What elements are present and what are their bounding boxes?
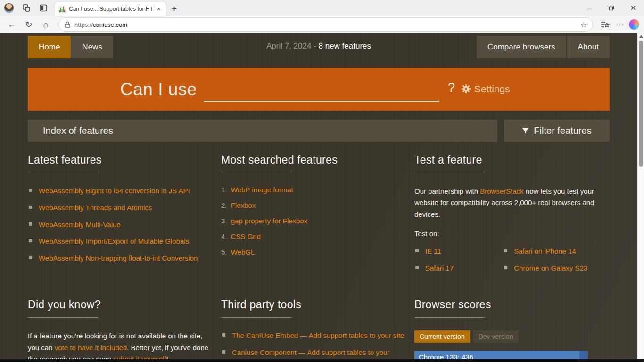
list-item: CSS Grid <box>221 232 405 240</box>
device-link[interactable]: Safari 17 <box>425 264 454 272</box>
refresh-icon[interactable]: ↻ <box>22 17 36 32</box>
site-title: Can I use <box>120 80 197 99</box>
list-item: Flexbox <box>221 201 405 209</box>
vote-link[interactable]: vote to have it included <box>55 344 127 352</box>
section-divider <box>414 173 485 173</box>
nav-compare-browsers[interactable]: Compare browsers <box>477 36 566 58</box>
feature-link[interactable]: WebAssembly Import/Export of Mutable Glo… <box>39 237 189 245</box>
test-a-feature-section: Test a feature Our partnership with Brow… <box>414 154 610 280</box>
nav-news[interactable]: News <box>71 36 113 58</box>
browserstack-link[interactable]: BrowserStack <box>480 187 524 195</box>
latest-features-section: Latest features WebAssembly BigInt to i6… <box>28 154 212 280</box>
list-item: WebAssembly Multi-Value <box>28 220 212 230</box>
section-title: Test a feature <box>414 154 610 166</box>
browser-scores-section: Browser scores Current version Dev versi… <box>414 298 610 362</box>
browserstack-paragraph: Our partnership with BrowserStack now le… <box>414 186 610 220</box>
profile-avatar[interactable] <box>4 3 14 13</box>
feature-link[interactable]: CSS Grid <box>231 232 261 240</box>
home-icon[interactable]: ⌂ <box>39 17 53 32</box>
tab-title: Can I use... Support tables for HTM <box>69 6 152 12</box>
current-version-button[interactable]: Current version <box>414 330 470 343</box>
gear-icon <box>462 84 471 93</box>
section-divider <box>414 317 485 318</box>
address-bar[interactable]: https://caniuse.com ☆ <box>58 17 593 32</box>
tool-link[interactable]: The CanIUse Embed — Add support tables t… <box>232 331 404 339</box>
site-header: Can I use ? Settings <box>28 68 610 111</box>
device-link[interactable]: IE 11 <box>425 247 441 255</box>
test-on-label: Test on: <box>414 230 610 238</box>
new-tab-button[interactable]: + <box>172 4 177 14</box>
caniuse-page: Home News April 7, 2024 - 8 new features… <box>0 33 644 362</box>
list-item: WebGL <box>221 248 405 256</box>
settings-button[interactable]: Settings <box>462 83 510 95</box>
list-item: WebP image format <box>221 186 405 194</box>
feature-search-input[interactable] <box>204 84 439 102</box>
scrollbar-up-arrow[interactable] <box>639 35 643 38</box>
device-link[interactable]: Chrome on Galaxy S23 <box>514 264 587 272</box>
caniuse-favicon <box>58 6 66 13</box>
list-item: gap property for Flexbox <box>221 217 405 225</box>
feature-link[interactable]: WebAssembly Non-trapping float-to-int Co… <box>39 254 198 262</box>
dev-version-button[interactable]: Dev version <box>473 330 519 343</box>
filter-funnel-icon <box>522 128 529 134</box>
nav-home[interactable]: Home <box>28 36 71 58</box>
more-menu-icon[interactable]: ⋯ <box>614 20 626 30</box>
window-bottom-edge <box>0 359 644 362</box>
feature-link[interactable]: gap property for Flexbox <box>231 217 308 225</box>
help-link[interactable]: ? <box>448 81 455 95</box>
url-host: caniuse.com <box>93 21 127 28</box>
scrollbar-thumb[interactable] <box>639 41 643 167</box>
list-item: Chrome on Galaxy S23 <box>503 263 610 273</box>
lock-icon <box>65 21 70 28</box>
tab-actions-icon[interactable] <box>39 3 48 13</box>
filter-features-button[interactable]: Filter features <box>504 120 610 142</box>
feature-link[interactable]: WebAssembly Threads and Atomics <box>39 204 152 212</box>
section-title: Most searched features <box>221 154 405 166</box>
list-item: WebAssembly BigInt to i64 conversion in … <box>28 186 212 196</box>
list-item: WebAssembly Non-trapping float-to-int Co… <box>28 253 212 263</box>
feature-link[interactable]: WebAssembly Multi-Value <box>39 221 121 229</box>
minimize-button[interactable] <box>579 0 601 16</box>
feature-link[interactable]: WebGL <box>231 248 255 256</box>
restore-button[interactable] <box>601 0 622 16</box>
site-nav: Home News April 7, 2024 - 8 new features… <box>28 33 610 58</box>
browser-tab[interactable]: Can I use... Support tables for HTM × <box>55 2 166 16</box>
nav-about[interactable]: About <box>567 36 610 58</box>
third-party-tools-section: Third party tools The CanIUse Embed — Ad… <box>221 298 405 362</box>
most-searched-section: Most searched features WebP image format… <box>221 154 405 280</box>
tab-strip: Can I use... Support tables for HTM × + … <box>0 0 644 16</box>
news-date: April 7, 2024 - 8 new features <box>266 41 371 51</box>
settings-label: Settings <box>474 83 510 95</box>
browser-window: Can I use... Support tables for HTM × + … <box>0 0 644 362</box>
list-item: The CanIUse Embed — Add support tables t… <box>221 330 405 341</box>
index-of-features-bar: Index of features <box>28 120 497 142</box>
list-item: WebAssembly Threads and Atomics <box>28 203 212 213</box>
back-icon[interactable]: ← <box>5 17 19 32</box>
device-link[interactable]: Safari on iPhone 14 <box>514 247 576 255</box>
section-title: Did you know? <box>28 298 212 311</box>
date-text: April 7, 2024 - <box>266 41 319 50</box>
list-item: WebAssembly Import/Export of Mutable Glo… <box>28 236 212 247</box>
section-divider <box>28 173 99 173</box>
new-features-link[interactable]: 8 new features <box>319 41 372 50</box>
copilot-icon[interactable] <box>629 19 639 30</box>
feature-link[interactable]: WebP image format <box>231 186 293 194</box>
favorites-hub-icon[interactable] <box>599 21 611 29</box>
page-scrollbar[interactable] <box>637 33 644 362</box>
list-item: Safari on iPhone 14 <box>503 246 610 256</box>
browser-toolbar: ← ↻ ⌂ https://caniuse.com ☆ ⋯ <box>0 16 644 33</box>
section-divider <box>28 317 99 318</box>
list-item: Safari 17 <box>414 263 503 273</box>
workspaces-icon[interactable] <box>22 3 31 13</box>
section-title: Browser scores <box>414 298 610 311</box>
section-title: Latest features <box>28 154 212 166</box>
close-button[interactable]: ✕ <box>622 0 644 16</box>
feature-link[interactable]: WebAssembly BigInt to i64 conversion in … <box>39 187 190 195</box>
did-you-know-paragraph: If a feature you're looking for is not a… <box>28 330 212 362</box>
favorite-star-icon[interactable]: ☆ <box>580 20 587 29</box>
feature-link[interactable]: Flexbox <box>231 201 256 209</box>
tab-close-icon[interactable]: × <box>156 5 162 13</box>
section-divider <box>221 173 292 173</box>
url-protocol: https:// <box>74 21 93 28</box>
section-title: Third party tools <box>221 298 405 311</box>
